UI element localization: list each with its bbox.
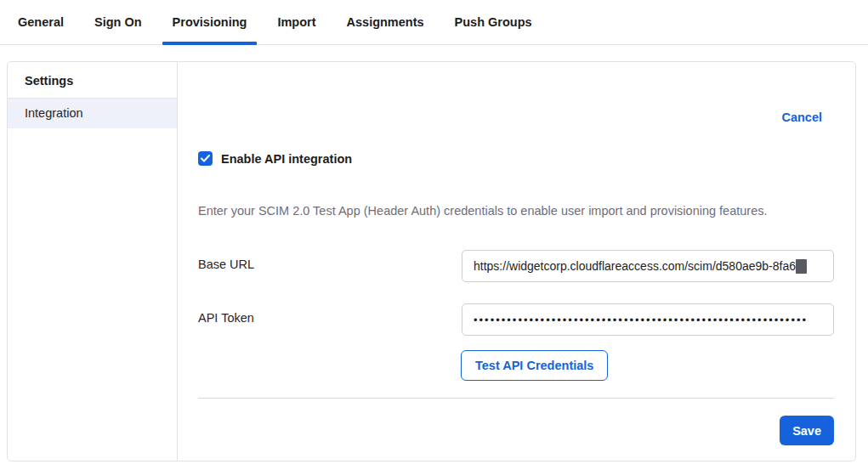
enable-api-integration-label: Enable API integration <box>221 152 352 166</box>
credentials-description: Enter your SCIM 2.0 Test App (Header Aut… <box>198 204 834 218</box>
settings-sidebar: Settings Integration <box>8 62 178 461</box>
checkmark-icon <box>201 155 210 162</box>
sidebar-header: Settings <box>8 62 177 99</box>
tab-import[interactable]: Import <box>267 0 326 44</box>
text-cursor-block-icon <box>796 259 807 274</box>
sidebar-item-integration[interactable]: Integration <box>8 99 177 128</box>
save-button[interactable]: Save <box>780 416 834 445</box>
test-api-credentials-button[interactable]: Test API Credentials <box>461 350 608 381</box>
tab-general[interactable]: General <box>8 0 74 44</box>
provisioning-panel: Settings Integration Cancel Enable API i… <box>7 61 856 462</box>
app-tab-bar: General Sign On Provisioning Import Assi… <box>0 0 868 45</box>
base-url-value: https://widgetcorp.cloudflareaccess.com/… <box>474 259 796 273</box>
tab-sign-on[interactable]: Sign On <box>84 0 152 44</box>
cancel-link[interactable]: Cancel <box>781 110 822 124</box>
base-url-label: Base URL <box>198 250 462 271</box>
api-token-label: API Token <box>198 303 462 325</box>
enable-api-integration-checkbox[interactable] <box>198 151 213 166</box>
api-token-input[interactable] <box>462 303 834 336</box>
tab-provisioning[interactable]: Provisioning <box>162 0 258 44</box>
base-url-input[interactable]: https://widgetcorp.cloudflareaccess.com/… <box>462 250 834 282</box>
tab-assignments[interactable]: Assignments <box>337 0 434 44</box>
form-divider <box>198 398 834 399</box>
integration-form: Cancel Enable API integration Enter your… <box>178 62 855 461</box>
tab-push-groups[interactable]: Push Groups <box>445 0 542 44</box>
